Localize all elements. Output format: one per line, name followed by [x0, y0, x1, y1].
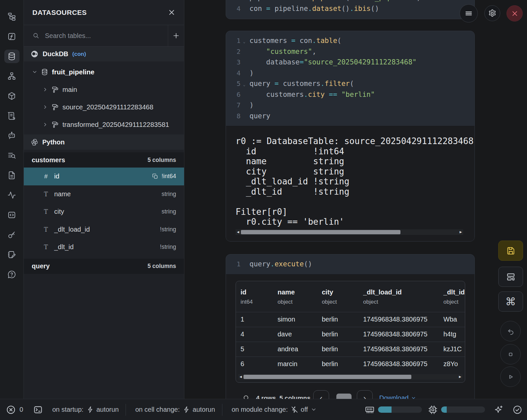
horizontal-scrollbar[interactable]: ◀ ▶ — [236, 229, 463, 235]
ai-sparkles-icon[interactable] — [494, 405, 504, 415]
scroll-right-arrow-icon[interactable]: ▶ — [458, 374, 463, 380]
search-tables-input[interactable] — [44, 32, 168, 40]
settings-button[interactable] — [484, 5, 500, 21]
scroll-left-arrow-icon[interactable]: ◀ — [238, 374, 243, 380]
rail-help-circle-button[interactable] — [4, 268, 19, 281]
scroll-right-arrow-icon[interactable]: ▶ — [458, 229, 463, 235]
on-startup-setting[interactable]: on startup: autorun — [43, 406, 119, 413]
zap-off-icon — [291, 406, 298, 413]
rail-hierarchy-button[interactable] — [4, 69, 19, 83]
table-row[interactable]: 1simonberlin1745968348.3806975Wba — [236, 312, 465, 327]
table-cell: berlin — [322, 345, 363, 353]
copy-icon[interactable] — [152, 173, 158, 179]
fold-gutter — [241, 8, 248, 9]
table-cell: 1745968348.3806975 — [363, 360, 443, 368]
column-row-name[interactable]: Tnamestring — [24, 185, 184, 203]
rail-scroll-text-button[interactable] — [4, 109, 19, 123]
table-cell: 1745968348.3806975 — [363, 330, 443, 338]
table-row[interactable]: 6marcinberlin1745968348.3806975z8Yo — [236, 357, 465, 371]
rail-activity-button[interactable] — [4, 188, 19, 202]
tree-item-schema-transformed_202504291112283581[interactable]: transformed_202504291112283581 — [24, 116, 184, 133]
ibis-expression-output: r0 := DatabaseTable: source_202504291112… — [236, 136, 474, 227]
schema-name: transformed_202504291112283581 — [62, 121, 169, 129]
code-text: pipeline = dlt.pipeline("fruit_pipeline"… — [248, 0, 421, 2]
errors-indicator[interactable]: 0 — [6, 405, 23, 415]
tree-item-schema-source_202504291112283468[interactable]: source_202504291112283468 — [24, 98, 184, 116]
line-number: 8 — [226, 112, 241, 120]
save-button[interactable] — [498, 241, 523, 261]
code-cell-query[interactable]: 1⌄customers = con.table(2 "customers",3 … — [226, 31, 475, 242]
text-type-icon: T — [43, 244, 49, 250]
tree-item-database-fruit-pipeline[interactable]: fruit_pipeline — [24, 63, 184, 81]
rail-file-tree-button[interactable] — [4, 10, 19, 23]
line-number: 6 — [226, 91, 241, 98]
code-line: 7) — [226, 100, 474, 111]
keyboard-shortcuts-button[interactable]: ⌘ — [498, 291, 523, 312]
column-row-_dlt_id[interactable]: T_dlt_id!string — [24, 238, 184, 256]
rail-key-button[interactable] — [4, 228, 19, 242]
fold-gutter — [241, 104, 248, 106]
column-name: _dlt_load_id — [363, 288, 443, 296]
scrollbar-thumb[interactable] — [244, 375, 411, 379]
rail-function-square-button[interactable] — [4, 30, 19, 43]
terminal-icon[interactable] — [33, 405, 43, 415]
add-datasource-button[interactable] — [168, 25, 184, 46]
code-line: 1query.execute() — [226, 259, 474, 270]
column-name: city — [54, 208, 64, 215]
rail-chat-bot-button[interactable] — [4, 129, 19, 142]
search-row — [24, 25, 184, 47]
section-python[interactable]: Python — [24, 134, 184, 150]
tree-item-schema-main[interactable]: main — [24, 81, 184, 98]
table-header-query[interactable]: query5 columns — [24, 259, 184, 274]
table-name: customers — [32, 156, 65, 164]
fold-gutter — [241, 263, 248, 265]
code-editor[interactable]: 1query.execute() — [226, 254, 474, 274]
layout-button[interactable] — [498, 267, 523, 287]
column-name: id — [54, 172, 59, 180]
run-button[interactable] — [500, 366, 521, 387]
close-panel-button[interactable] — [168, 9, 175, 16]
fold-toggle-icon[interactable]: ⌄ — [241, 38, 248, 44]
memory-icon — [365, 405, 375, 415]
column-name: _dlt_id — [443, 288, 465, 296]
rail-database-button[interactable] — [4, 50, 19, 63]
marimo-app: DATASOURCES DuckDB (con) fruit_pipeline … — [0, 0, 527, 420]
close-icon — [511, 10, 518, 17]
shutdown-button[interactable] — [507, 5, 523, 21]
list-search-icon — [7, 151, 16, 160]
connection-row-duckdb[interactable]: DuckDB (con) — [24, 47, 184, 61]
column-row-city[interactable]: Tcitystring — [24, 203, 184, 221]
scroll-left-arrow-icon[interactable]: ◀ — [236, 229, 241, 235]
stop-button[interactable] — [500, 344, 521, 364]
fold-gutter — [241, 61, 248, 63]
result-column-header: nameobject — [278, 288, 322, 305]
code-editor[interactable]: 1⌄customers = con.table(2 "customers",3 … — [226, 31, 474, 126]
code-line: 2 "customers", — [226, 46, 474, 57]
rail-file-text-button[interactable] — [4, 169, 19, 182]
rail-notebook-pen-button[interactable] — [4, 248, 19, 261]
table-row[interactable]: 4daveberlin1745968348.3806975h4tg — [236, 327, 465, 342]
undo-button[interactable] — [500, 321, 521, 341]
code-cell-connection[interactable]: 3pipeline = dlt.pipeline("fruit_pipeline… — [226, 0, 475, 19]
rail-package-button[interactable] — [4, 89, 19, 103]
column-name: name — [54, 190, 71, 198]
column-row-_dlt_load_id[interactable]: T_dlt_load_id!string — [24, 221, 184, 239]
rail-code-square-button[interactable] — [4, 208, 19, 222]
horizontal-scrollbar[interactable]: ◀ ▶ — [238, 374, 463, 380]
code-editor[interactable]: 3pipeline = dlt.pipeline("fruit_pipeline… — [226, 0, 474, 19]
code-cell-execute[interactable]: 1query.execute() idint64nameobjectcityob… — [226, 254, 475, 410]
on-module-change-setting[interactable]: on module change: off — [222, 406, 317, 413]
table-header-customers[interactable]: customers5 columns — [24, 152, 184, 168]
schema-name: source_202504291112283468 — [62, 103, 153, 111]
line-number: 3 — [226, 0, 241, 2]
column-type: string — [162, 191, 176, 198]
column-row-id[interactable]: #id!int64 — [24, 168, 184, 185]
cell-menu-button[interactable] — [460, 4, 478, 22]
table-row[interactable]: 5andreaberlin1745968348.3806975kzJ1C — [236, 342, 465, 357]
scrollbar-thumb[interactable] — [241, 230, 400, 234]
on-cell-change-setting[interactable]: on cell change: autorun — [126, 406, 215, 413]
check-circle-icon[interactable] — [512, 405, 522, 415]
rail-list-search-button[interactable] — [4, 149, 19, 162]
fold-toggle-icon[interactable]: ⌄ — [241, 81, 248, 87]
code-text: query.execute() — [248, 260, 312, 268]
